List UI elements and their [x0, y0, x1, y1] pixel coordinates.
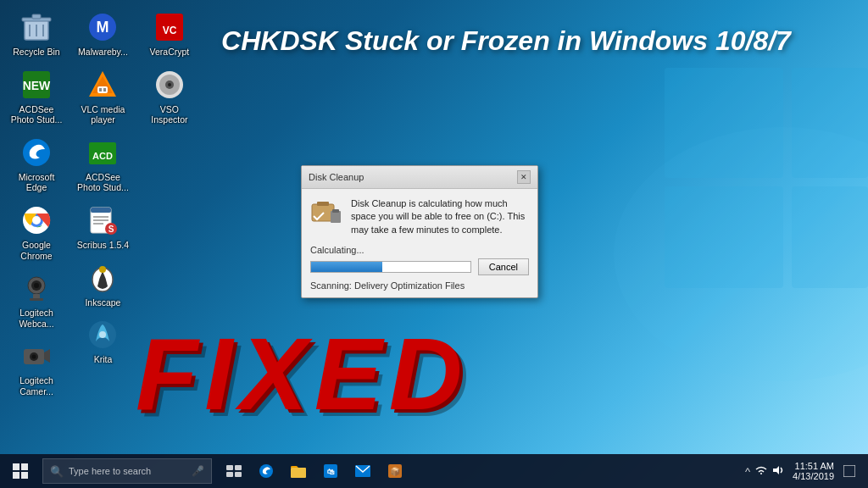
edge-taskbar-icon[interactable]	[251, 454, 281, 488]
svg-rect-56	[13, 463, 19, 470]
svg-point-45	[99, 331, 106, 338]
recycle-bin-icon[interactable]: Recycle Bin	[7, 7, 66, 61]
file-taskbar-icon[interactable]: 📦	[380, 454, 410, 488]
svg-rect-21	[30, 298, 43, 301]
svg-rect-58	[13, 472, 19, 479]
scribus-label: Scribus 1.5.4	[77, 240, 129, 251]
scribus-icon[interactable]: S Scribus 1.5.4	[73, 200, 132, 254]
system-tray: ^ 11:51 AM 4/13/2019	[738, 454, 868, 488]
notification-button[interactable]	[837, 454, 861, 488]
dialog-body-text: Disk Cleanup is calculating how much spa…	[351, 197, 529, 236]
acdsee2-icon[interactable]: ACD ACDSee Photo Stud...	[73, 132, 132, 197]
tray-icons: ^	[745, 465, 784, 478]
inkscape-icon[interactable]: Inkscape	[73, 258, 132, 312]
search-placeholder: Type here to search	[69, 466, 186, 476]
svg-marker-23	[44, 349, 50, 363]
icon-column-2: M Malwareby... VLC media player	[73, 7, 132, 372]
krita-icon[interactable]: Krita	[73, 314, 132, 369]
svg-rect-38	[93, 219, 108, 221]
svg-rect-7	[32, 14, 41, 19]
icon-column-1: Recycle Bin NEW ACDSee Photo Stud...	[7, 7, 66, 404]
logitech-webcam-icon[interactable]: Logitech Webca...	[7, 268, 66, 332]
dialog-close-button[interactable]: ✕	[517, 170, 531, 184]
cleanup-icon	[310, 197, 342, 236]
chevron-up-icon[interactable]: ^	[745, 465, 750, 478]
task-view-button[interactable]	[219, 454, 249, 488]
edge-label: Microsoft Edge	[10, 172, 63, 193]
progress-fill	[311, 262, 382, 272]
svg-rect-59	[21, 472, 28, 479]
svg-rect-54	[331, 211, 341, 223]
page-title: CHKDSK Stuck or Frozen in Windows 10/8/7	[153, 24, 860, 59]
svg-rect-55	[332, 209, 339, 213]
svg-rect-39	[93, 223, 103, 225]
network-icon[interactable]	[755, 465, 767, 478]
disk-cleanup-dialog: Disk Cleanup ✕ Disk Cleanup is calculati…	[301, 165, 538, 298]
logitech-camera-icon[interactable]: Logitech Camer...	[7, 336, 66, 400]
svg-point-25	[32, 355, 36, 359]
krita-label: Krita	[94, 354, 113, 365]
mail-taskbar-icon[interactable]	[348, 454, 378, 488]
store-taskbar-icon[interactable]: 🛍	[315, 454, 346, 488]
svg-rect-31	[99, 88, 102, 92]
chrome-icon[interactable]: Google Chrome	[7, 200, 66, 264]
svg-rect-60	[226, 465, 233, 470]
svg-point-4	[614, 127, 868, 381]
svg-rect-63	[235, 472, 242, 477]
svg-rect-37	[93, 216, 108, 218]
microphone-icon: 🎤	[192, 465, 204, 477]
svg-rect-61	[235, 465, 242, 470]
search-icon: 🔍	[50, 465, 64, 478]
vlc-label: VLC media player	[76, 104, 129, 125]
dialog-progress-area: Calculating... Cancel Scanning: Delivery…	[302, 245, 537, 297]
chrome-label: Google Chrome	[10, 240, 63, 261]
svg-rect-53	[317, 202, 329, 206]
acdsee-label: ACDSee Photo Stud...	[10, 104, 63, 125]
malwarebytes-icon[interactable]: M Malwareby...	[73, 7, 132, 61]
dialog-titlebar: Disk Cleanup ✕	[302, 166, 537, 189]
logitech-webcam-label: Logitech Webca...	[10, 308, 63, 329]
logitech-camera-label: Logitech Camer...	[10, 375, 63, 396]
cancel-button[interactable]: Cancel	[478, 258, 529, 275]
taskbar: 🔍 Type here to search 🎤	[0, 454, 868, 488]
dialog-title: Disk Cleanup	[309, 172, 364, 182]
system-clock[interactable]: 11:51 AM 4/13/2019	[793, 461, 834, 481]
edge-icon[interactable]: Microsoft Edge	[7, 132, 66, 197]
acdsee2-label: ACDSee Photo Stud...	[76, 172, 129, 193]
svg-text:M: M	[97, 19, 109, 36]
svg-rect-30	[97, 86, 108, 93]
taskbar-app-icons: 🛍 📦	[219, 454, 410, 488]
svg-text:S: S	[108, 225, 114, 234]
svg-rect-62	[226, 472, 233, 477]
progress-bar	[310, 261, 471, 273]
acdsee-photo-icon[interactable]: NEW ACDSee Photo Stud...	[7, 64, 66, 129]
volume-icon[interactable]	[772, 465, 784, 478]
vlc-icon[interactable]: VLC media player	[73, 64, 132, 129]
fixed-label: FIXED	[136, 323, 469, 424]
desktop: Recycle Bin NEW ACDSee Photo Stud...	[0, 0, 868, 488]
svg-text:📦: 📦	[390, 466, 401, 477]
svg-marker-71	[773, 466, 779, 474]
dialog-body: Disk Cleanup is calculating how much spa…	[302, 189, 537, 245]
search-bar[interactable]: 🔍 Type here to search 🎤	[42, 458, 212, 484]
svg-point-43	[99, 266, 106, 273]
vso-icon[interactable]: VSO Inspector	[140, 64, 199, 129]
recycle-bin-label: Recycle Bin	[13, 47, 59, 58]
svg-rect-65	[291, 468, 306, 478]
clock-time: 11:51 AM	[795, 461, 834, 471]
svg-rect-36	[91, 208, 111, 213]
explorer-taskbar-icon[interactable]	[283, 454, 314, 488]
svg-rect-32	[103, 88, 106, 92]
vso-label: VSO Inspector	[143, 104, 196, 125]
clock-date: 4/13/2019	[793, 471, 834, 481]
start-button[interactable]	[0, 454, 41, 488]
svg-rect-72	[843, 465, 855, 477]
scanning-label: Scanning: Delivery Optimization Files	[310, 280, 529, 291]
svg-point-16	[32, 216, 41, 225]
calculating-label: Calculating...	[310, 245, 529, 255]
malwarebytes-label: Malwareby...	[78, 47, 128, 58]
svg-text:ACD: ACD	[93, 151, 114, 161]
svg-point-51	[168, 83, 171, 86]
svg-rect-57	[21, 463, 28, 470]
progress-row: Cancel	[310, 258, 529, 275]
